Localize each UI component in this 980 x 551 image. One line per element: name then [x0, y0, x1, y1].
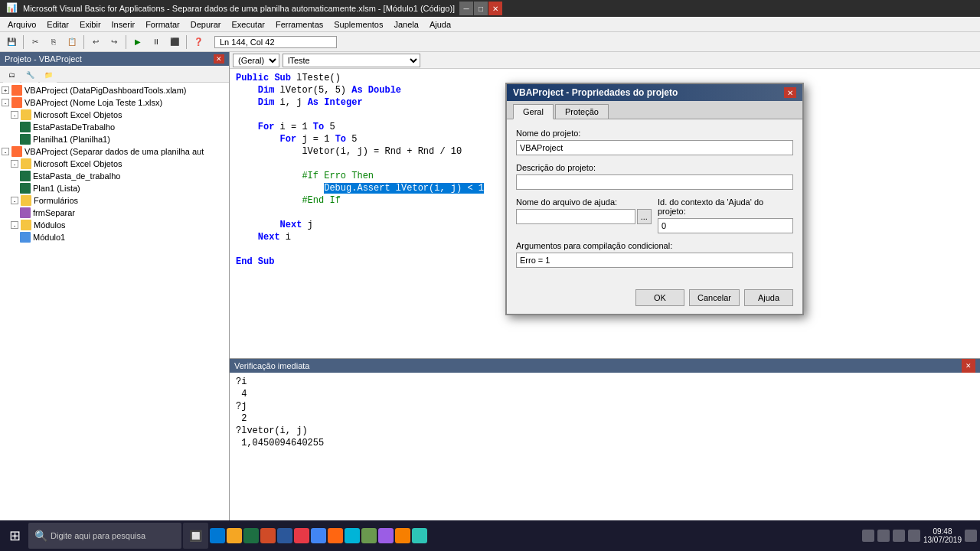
show-desktop[interactable] — [965, 530, 977, 542]
toolbar-cut[interactable]: ✂ — [27, 34, 44, 50]
menu-depurar[interactable]: Depurar — [186, 18, 226, 31]
tree-plan1[interactable]: Plan1 (Lista) — [2, 182, 227, 194]
menu-inserir[interactable]: Inserir — [107, 18, 140, 31]
tree-esta-pasta-1[interactable]: EstaPastaDeTrabalho — [2, 121, 227, 133]
menu-formatar[interactable]: Formatar — [141, 18, 185, 31]
menu-editar[interactable]: Editar — [42, 18, 74, 31]
toolbar-save[interactable]: 💾 — [3, 34, 20, 50]
taskbar-app-9[interactable] — [345, 528, 360, 543]
expand-excel-objs-2[interactable]: - — [11, 160, 18, 168]
toolbar-undo[interactable]: ↩ — [87, 34, 104, 50]
descricao-input[interactable] — [516, 174, 793, 190]
expand-modulos[interactable]: - — [11, 221, 18, 229]
taskbar-app-8[interactable] — [328, 528, 343, 543]
help-context-input[interactable] — [658, 218, 793, 233]
tree-modulo1[interactable]: Módulo1 — [2, 231, 227, 243]
tree-planilha1[interactable]: Planilha1 (Planilha1) — [2, 133, 227, 145]
taskbar-app-2[interactable] — [227, 528, 242, 543]
help-file-input[interactable] — [516, 209, 635, 224]
taskbar-app-6[interactable] — [294, 528, 309, 543]
expand-formularios[interactable]: - — [11, 197, 18, 204]
tree-vba3[interactable]: - VBAProject (Separar dados de uma plani… — [2, 145, 227, 158]
taskbar-app-4[interactable] — [260, 528, 276, 543]
expand-vba1[interactable]: + — [2, 86, 9, 94]
toolbar-copy[interactable]: ⎘ — [45, 34, 62, 50]
vba-icon-2 — [11, 97, 22, 108]
help-file-label: Nome do arquivo de ajuda: — [516, 197, 652, 207]
tree-excel-objs-2[interactable]: - Microsoft Excel Objetos — [2, 158, 227, 170]
taskbar-app-12[interactable] — [395, 528, 410, 543]
minimize-button[interactable]: ─ — [459, 2, 473, 15]
menu-janela[interactable]: Janela — [390, 18, 423, 31]
toolbar-paste[interactable]: 📋 — [64, 34, 80, 50]
object-combo[interactable]: (Geral) — [233, 54, 279, 67]
conditional-input[interactable] — [516, 253, 793, 268]
tray-icon-1[interactable] — [862, 530, 874, 542]
taskbar-app-11[interactable] — [378, 528, 394, 543]
immediate-close[interactable]: ✕ — [962, 359, 975, 373]
tree-vba1[interactable]: + VBAProject (DataPigDashboardTools.xlam… — [2, 84, 227, 96]
properties-btn[interactable]: 🔧 — [21, 67, 38, 83]
browse-button[interactable]: ... — [637, 209, 652, 224]
project-panel-close[interactable]: ✕ — [214, 54, 224, 64]
menu-ajuda[interactable]: Ajuda — [425, 18, 456, 31]
tree-vba2[interactable]: - VBAProject (Nome Loja Teste 1.xlsx) — [2, 96, 227, 109]
nome-input[interactable] — [516, 140, 793, 155]
expand-vba2[interactable]: - — [2, 99, 9, 106]
tree-label-formularios: Formulários — [34, 196, 78, 205]
toolbar-help[interactable]: ❓ — [190, 34, 207, 50]
taskbar-app-1[interactable] — [210, 528, 225, 543]
taskbar-app-10[interactable] — [361, 528, 377, 543]
project-tree[interactable]: + VBAProject (DataPigDashboardTools.xlam… — [0, 83, 229, 534]
clock-time: 09:48 — [923, 527, 962, 536]
tray-icon-2[interactable] — [877, 530, 890, 542]
immediate-content[interactable]: ?i 4 ?j 2 ?lvetor(i, j) 1,0450094640255 — [230, 373, 980, 534]
maximize-button[interactable]: □ — [474, 2, 488, 15]
menu-suplementos[interactable]: Suplementos — [329, 18, 387, 31]
tree-label-excel-objs-2: Microsoft Excel Objetos — [34, 159, 122, 168]
tray-icon-4[interactable] — [908, 530, 920, 542]
start-button[interactable]: ⊞ — [3, 523, 27, 549]
expand-excel-objs-1[interactable]: - — [11, 111, 18, 119]
procedure-combo[interactable]: lTeste — [283, 54, 420, 67]
taskbar-app-13[interactable] — [412, 528, 427, 543]
tray-icon-3[interactable] — [893, 530, 905, 542]
tree-esta-pasta-2[interactable]: EstaPasta_de_trabalho — [2, 170, 227, 182]
toolbar-pause[interactable]: ⏸ — [148, 34, 165, 50]
tree-label-planilha1: Planilha1 (Planilha1) — [33, 135, 110, 144]
menu-exibir[interactable]: Exibir — [75, 18, 106, 31]
cancel-button[interactable]: Cancelar — [689, 289, 740, 306]
menu-executar[interactable]: Executar — [227, 18, 270, 31]
tree-label-excel-objs-1: Microsoft Excel Objetos — [34, 110, 122, 119]
tab-geral[interactable]: Geral — [513, 104, 554, 119]
toolbar-run[interactable]: ▶ — [129, 34, 146, 50]
module-icon-1 — [20, 232, 31, 243]
tree-frmSeparar[interactable]: frmSeparar — [2, 207, 227, 219]
tab-protecao[interactable]: Proteção — [555, 104, 609, 119]
folder-icon-3 — [21, 195, 31, 206]
toolbar-redo[interactable]: ↪ — [106, 34, 122, 50]
tree-formularios[interactable]: - Formulários — [2, 194, 227, 207]
expand-vba3[interactable]: - — [2, 148, 9, 155]
tree-view-btn[interactable]: 🗂 — [3, 67, 20, 83]
toolbar-stop[interactable]: ⬛ — [166, 34, 183, 50]
task-view-button[interactable]: 🔲 — [183, 523, 208, 549]
dialog-close-button[interactable]: ✕ — [784, 87, 796, 98]
close-button[interactable]: ✕ — [488, 2, 502, 15]
menu-arquivo[interactable]: Arquivo — [3, 18, 41, 31]
help-button[interactable]: Ajuda — [744, 289, 793, 306]
tree-label-vba3: VBAProject (Separar dados de uma planilh… — [24, 147, 204, 156]
vba-icon-3 — [11, 146, 22, 157]
main-layout: Projeto - VBAProject ✕ 🗂 🔧 📁 + VBAProjec… — [0, 52, 980, 534]
menu-ferramentas[interactable]: Ferramentas — [271, 18, 328, 31]
taskbar-app-5[interactable] — [277, 528, 292, 543]
taskbar-app-3[interactable] — [243, 528, 259, 543]
tree-modulos[interactable]: - Módulos — [2, 219, 227, 231]
code-toolbar: (Geral) lTeste — [230, 52, 980, 69]
toggle-folders-btn[interactable]: 📁 — [40, 67, 57, 83]
search-button[interactable]: 🔍 Digite aqui para pesquisa — [28, 523, 181, 549]
ok-button[interactable]: OK — [635, 289, 684, 306]
tree-excel-objs-1[interactable]: - Microsoft Excel Objetos — [2, 109, 227, 121]
tree-label-modulo1: Módulo1 — [33, 233, 65, 242]
taskbar-app-7[interactable] — [311, 528, 326, 543]
